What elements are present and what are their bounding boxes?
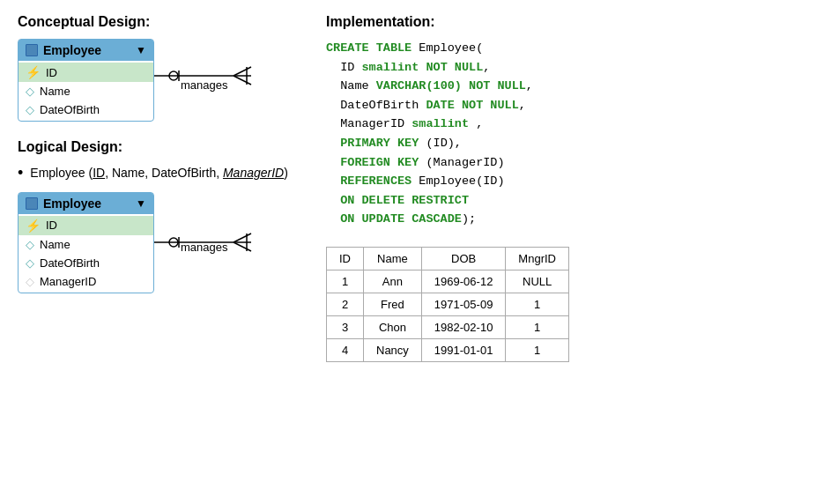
table-cell: Nancy bbox=[364, 338, 422, 361]
logical-design-title: Logical Design: bbox=[18, 139, 300, 155]
conceptual-design-title: Conceptual Design: bbox=[18, 14, 300, 30]
table-cell: 1969-06-12 bbox=[421, 270, 506, 293]
table-cell: 2 bbox=[327, 293, 364, 315]
attr-id-2: ⚡ ID bbox=[19, 216, 153, 235]
entity-header-1: Employee ▼ bbox=[19, 40, 153, 61]
table-row: 3Chon1982-02-101 bbox=[327, 315, 569, 338]
right-panel: Implementation: CREATE TABLE Employee( I… bbox=[326, 14, 805, 362]
logical-id: ID bbox=[93, 166, 105, 180]
entity-attrs-1: ⚡ ID ◇ Name ◇ DateOfBirth bbox=[19, 61, 153, 121]
table-header: MngrID bbox=[506, 247, 569, 270]
key-icon-1: ⚡ bbox=[26, 65, 41, 79]
attr-name-2: ◇ Name bbox=[19, 235, 153, 254]
attr-name-dob-1: DateOfBirth bbox=[40, 103, 100, 116]
table-row: 4Nancy1991-01-011 bbox=[327, 338, 569, 361]
main-layout: Conceptual Design: Employee ▼ ⚡ ID ◇ Nam… bbox=[18, 14, 805, 362]
entity-header-2: Employee ▼ bbox=[19, 193, 153, 214]
sql-code: CREATE TABLE Employee( ID smallint NOT N… bbox=[326, 39, 805, 229]
entity-arrow-2[interactable]: ▼ bbox=[136, 197, 146, 210]
table-cell: 1 bbox=[327, 270, 364, 293]
attr-name-mgr-2: ManagerID bbox=[40, 275, 96, 288]
rel-label-1: manages bbox=[181, 78, 227, 92]
logical-managerid: ManagerID bbox=[223, 166, 284, 180]
table-row: 1Ann1969-06-12NULL bbox=[327, 270, 569, 293]
attr-name-id-2: ID bbox=[46, 219, 57, 232]
diamond-icon-name-2: ◇ bbox=[26, 238, 34, 251]
attr-dob-2: ◇ DateOfBirth bbox=[19, 254, 153, 272]
table-header: Name bbox=[364, 247, 422, 270]
logical-entity-box: Employee ▼ ⚡ ID ◇ Name ◇ bbox=[18, 192, 154, 293]
table-cell: 1 bbox=[506, 315, 569, 338]
key-icon-2: ⚡ bbox=[26, 219, 41, 233]
table-cell: NULL bbox=[506, 270, 569, 293]
svg-line-4 bbox=[234, 67, 251, 76]
attr-name-1: ◇ Name bbox=[19, 82, 153, 100]
table-row: 2Fred1971-05-091 bbox=[327, 293, 569, 315]
entity-arrow-1[interactable]: ▼ bbox=[136, 44, 146, 56]
logical-entity-group: Employee ▼ ⚡ ID ◇ Name ◇ bbox=[18, 192, 300, 293]
data-table: IDNameDOBMngrID1Ann1969-06-12NULL2Fred19… bbox=[326, 247, 569, 362]
sql-section: CREATE TABLE Employee( ID smallint NOT N… bbox=[326, 39, 805, 229]
attr-name-name-1: Name bbox=[40, 85, 70, 98]
conceptual-connector: manages bbox=[154, 54, 269, 107]
table-cell: 1982-02-10 bbox=[421, 315, 506, 338]
attr-managerid-2: ◇ ManagerID bbox=[19, 272, 153, 291]
svg-line-12 bbox=[234, 233, 251, 242]
bullet: • bbox=[18, 164, 23, 183]
entity-name-2: Employee bbox=[43, 196, 101, 211]
table-cell: Fred bbox=[364, 293, 422, 315]
left-panel: Conceptual Design: Employee ▼ ⚡ ID ◇ Nam… bbox=[18, 14, 300, 362]
diamond-icon-dob-1: ◇ bbox=[26, 103, 34, 116]
entity-attrs-2: ⚡ ID ◇ Name ◇ DateOfBirth ◇ bbox=[19, 214, 153, 293]
attr-dob-1: ◇ DateOfBirth bbox=[19, 100, 153, 119]
table-header: ID bbox=[327, 247, 364, 270]
implementation-title: Implementation: bbox=[326, 14, 805, 30]
diamond-icon-mgr-2: ◇ bbox=[26, 275, 34, 288]
table-cell: 1 bbox=[506, 338, 569, 361]
table-cell: 1971-05-09 bbox=[421, 293, 506, 315]
diamond-icon-dob-2: ◇ bbox=[26, 256, 34, 270]
svg-line-14 bbox=[234, 242, 251, 251]
table-cell: 4 bbox=[327, 338, 364, 361]
conceptual-entity-group: Employee ▼ ⚡ ID ◇ Name ◇ DateOfBirth bbox=[18, 39, 300, 122]
svg-line-6 bbox=[234, 76, 251, 85]
entity-icon-1 bbox=[26, 44, 38, 56]
entity-name-1: Employee bbox=[43, 43, 101, 57]
table-cell: Ann bbox=[364, 270, 422, 293]
table-cell: 3 bbox=[327, 315, 364, 338]
logical-section: Logical Design: • Employee (ID, Name, Da… bbox=[18, 139, 300, 293]
attr-id-1: ⚡ ID bbox=[19, 63, 153, 82]
logical-text: Employee (ID, Name, DateOfBirth, Manager… bbox=[30, 164, 288, 183]
logical-item: • Employee (ID, Name, DateOfBirth, Manag… bbox=[18, 164, 300, 183]
table-cell: Chon bbox=[364, 315, 422, 338]
attr-name-name-2: Name bbox=[40, 238, 70, 251]
attr-name-id-1: ID bbox=[46, 66, 57, 79]
table-header: DOB bbox=[421, 247, 506, 270]
rel-label-2: manages bbox=[181, 241, 227, 254]
table-cell: 1 bbox=[506, 293, 569, 315]
attr-name-dob-2: DateOfBirth bbox=[40, 256, 100, 270]
conceptual-entity-box: Employee ▼ ⚡ ID ◇ Name ◇ DateOfBirth bbox=[18, 39, 154, 122]
table-cell: 1991-01-01 bbox=[421, 338, 506, 361]
logical-connector: manages bbox=[154, 216, 269, 269]
diamond-icon-name-1: ◇ bbox=[26, 85, 34, 98]
entity-icon-2 bbox=[26, 197, 38, 210]
